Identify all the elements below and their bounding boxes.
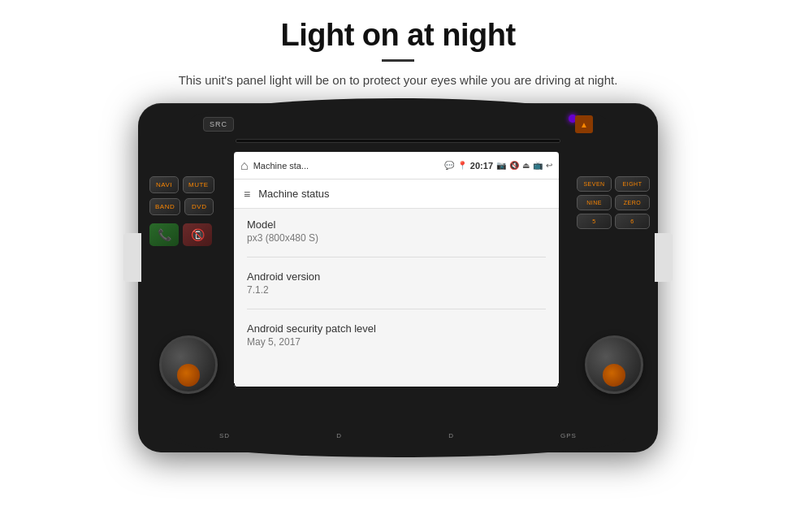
android-content: Model px3 (800x480 S) Android version 7.… [234,209,559,383]
phone-hang-button[interactable]: 📵 [183,223,212,246]
nine-button[interactable]: NINE [577,195,612,210]
model-value: px3 (800x480 S) [247,232,546,244]
btn-row-2: BAND DVD [149,198,231,215]
src-button[interactable]: SRC [203,117,234,132]
cd-slot [236,139,560,143]
security-patch-section: Android security patch level May 5, 2017 [247,322,546,361]
chat-icon: 💬 [444,161,454,170]
model-section: Model px3 (800x480 S) [247,218,546,257]
camera-icon: 📷 [496,161,506,170]
left-tab [123,233,141,282]
dvd-button[interactable]: DVD [184,198,214,215]
zero-button[interactable]: ZERO [615,195,650,210]
security-patch-value: May 5, 2017 [247,336,546,348]
android-version-label: Android version [247,270,546,283]
top-bar: SRC ▲ [203,113,593,136]
page-subtitle: This unit's panel light will be on to pr… [179,73,618,87]
page-title: Light on at night [280,18,515,53]
home-icon[interactable]: ⌂ [240,158,249,173]
head-unit-wrapper: SRC ▲ NAVI MUTE BAND DVD [138,103,658,452]
android-version-section: Android version 7.1.2 [247,270,546,309]
status-time: 20:17 [470,161,493,171]
left-knob[interactable] [159,335,218,394]
mute-button[interactable]: MUTE [183,176,214,193]
band-button[interactable]: BAND [149,198,180,215]
left-buttons: NAVI MUTE BAND DVD 📞 📵 [149,176,231,246]
bottom-label-d1: D [336,432,342,439]
bottom-label-sd: SD [219,432,230,439]
model-label: Model [247,218,546,231]
right-buttons: SEVEN EIGHT NINE ZERO 5 6 [577,176,650,229]
location-icon: 📍 [457,161,467,170]
bottom-label-d2: D [448,432,454,439]
right-tab [655,233,673,282]
six-button[interactable]: 6 [615,214,650,229]
statusbar-app-title: Machine sta... [253,161,439,171]
num-grid: SEVEN EIGHT NINE ZERO 5 6 [577,176,650,229]
phone-buttons: 📞 📵 [149,223,231,246]
phone-hang-icon: 📵 [191,228,205,241]
screen-cast-icon: 📺 [533,161,543,170]
toolbar-title: Machine status [258,188,329,200]
right-knob[interactable] [585,335,643,394]
android-screen: ⌂ Machine sta... 💬 📍 20:17 📷 🔇 ⏏ 📺 ↩ [234,152,559,387]
triangle-icon: ▲ [580,120,588,129]
eject-icon: ⏏ [522,161,530,170]
volume-icon: 🔇 [509,161,519,170]
btn-row-1: NAVI MUTE [149,176,231,193]
android-version-value: 7.1.2 [247,284,546,296]
bottom-labels: SD D D GPS [219,432,577,439]
triangle-button[interactable]: ▲ [575,115,593,133]
phone-answer-icon: 📞 [158,228,171,241]
android-statusbar: ⌂ Machine sta... 💬 📍 20:17 📷 🔇 ⏏ 📺 ↩ [234,152,559,179]
page-container: Light on at night This unit's panel ligh… [0,0,796,532]
status-icons: 💬 📍 20:17 📷 🔇 ⏏ 📺 ↩ [444,161,552,171]
back-icon[interactable]: ↩ [546,161,552,170]
title-divider [382,59,414,62]
menu-icon[interactable]: ≡ [244,188,250,201]
eight-button[interactable]: EIGHT [615,176,650,192]
seven-button[interactable]: SEVEN [577,176,612,192]
android-toolbar: ≡ Machine status [234,179,559,209]
five-button[interactable]: 5 [577,214,612,229]
navi-button[interactable]: NAVI [149,176,179,193]
phone-answer-button[interactable]: 📞 [149,223,179,246]
security-patch-label: Android security patch level [247,322,546,335]
head-unit: SRC ▲ NAVI MUTE BAND DVD [138,103,658,452]
bottom-label-gps: GPS [560,432,577,439]
